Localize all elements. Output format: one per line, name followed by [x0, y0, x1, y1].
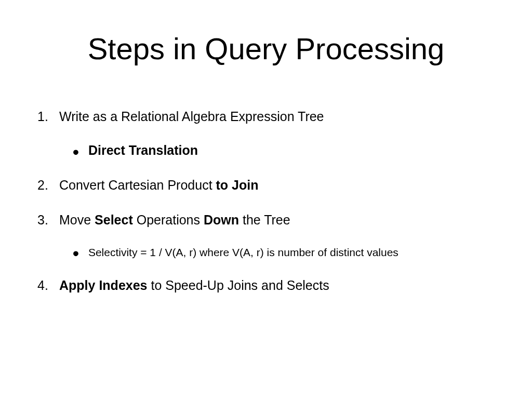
sub-item: • Selectivity = 1 / V(A, r) where V(A, r… — [73, 245, 496, 260]
item-content: Convert Cartesian Product to Join — [59, 176, 496, 194]
bullet-icon: • — [73, 148, 79, 156]
item-content: Apply Indexes to Speed-Up Joins and Sele… — [59, 276, 496, 295]
item-text-bold2: Down — [204, 212, 239, 227]
item-text-prefix: Move — [59, 212, 95, 227]
sub-item: • Direct Translation — [73, 141, 496, 159]
item-text-prefix: Convert Cartesian Product — [59, 178, 216, 192]
list-item: 1. Write as a Relational Algebra Express… — [36, 108, 496, 159]
list-item: 2. Convert Cartesian Product to Join — [36, 176, 496, 194]
slide-title: Steps in Query Processing — [36, 31, 496, 66]
item-text-bold: Apply Indexes — [59, 278, 148, 292]
item-number: 1. — [36, 108, 59, 159]
ordered-list: 1. Write as a Relational Algebra Express… — [36, 108, 496, 295]
item-text-suffix: Operations — [133, 212, 204, 227]
list-item: 4. Apply Indexes to Speed-Up Joins and S… — [36, 276, 496, 295]
item-content: Write as a Relational Algebra Expression… — [59, 108, 496, 159]
item-content: Move Select Operations Down the Tree • S… — [59, 211, 496, 260]
list-item: 3. Move Select Operations Down the Tree … — [36, 211, 496, 260]
sub-item-text: Direct Translation — [88, 141, 198, 159]
item-text-bold: Select — [95, 212, 133, 227]
item-number: 4. — [36, 276, 59, 295]
item-text: Write as a Relational Algebra Expression… — [59, 109, 324, 124]
item-text-bold: to Join — [216, 178, 259, 192]
item-number: 2. — [36, 176, 59, 194]
bullet-icon: • — [73, 249, 79, 258]
item-text-suffix: to Speed-Up Joins and Selects — [148, 278, 329, 292]
item-number: 3. — [36, 211, 59, 260]
item-text-suffix2: the Tree — [239, 212, 290, 227]
sub-item-text: Selectivity = 1 / V(A, r) where V(A, r) … — [88, 245, 398, 260]
